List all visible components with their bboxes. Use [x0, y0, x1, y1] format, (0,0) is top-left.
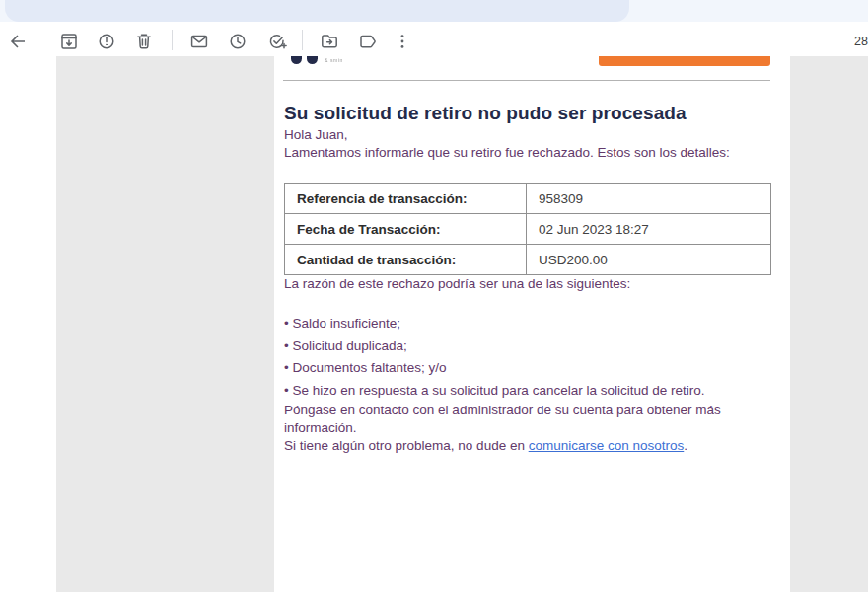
report-spam-icon: [97, 32, 116, 51]
closing-suffix: .: [684, 438, 687, 453]
sender-logo-fragment: [291, 56, 302, 64]
add-to-tasks-button[interactable]: [259, 24, 295, 59]
table-row: Referencia de transacción: 958309: [285, 184, 771, 214]
toolbar-separator: [302, 30, 303, 50]
back-arrow-icon: [8, 32, 28, 51]
snooze-button[interactable]: [220, 24, 255, 59]
mark-unread-button[interactable]: [181, 24, 217, 59]
row-value: 02 Jun 2023 18:27: [527, 214, 771, 245]
intro-text: Lamentamos informarle que su retiro fue …: [284, 144, 770, 162]
search-input[interactable]: [5, 0, 629, 22]
clock-icon: [228, 32, 248, 51]
three-dots-icon: [393, 32, 412, 51]
archive-button[interactable]: [51, 24, 87, 59]
row-label: Referencia de transacción:: [285, 184, 527, 214]
email-toolbar: 28: [0, 22, 868, 56]
row-label: Cantidad de transacción:: [285, 245, 527, 275]
delete-button[interactable]: [126, 24, 162, 59]
closing-text: Si tiene algún otro problema, no dude en…: [284, 437, 770, 455]
toolbar-separator: [172, 30, 173, 50]
email-reading-pane: & smin Su solicitud de retiro no pudo se…: [56, 56, 868, 592]
row-label: Fecha de Transacción:: [285, 214, 527, 245]
email-content: Su solicitud de retiro no pudo ser proce…: [274, 101, 790, 455]
sender-logo-fragment: [307, 56, 318, 64]
envelope-icon: [189, 32, 209, 51]
trash-icon: [134, 32, 154, 51]
email-title: Su solicitud de retiro no pudo ser proce…: [284, 101, 770, 126]
list-item: Saldo insuficiente;: [284, 313, 770, 335]
gmail-email-view: { "topbar": { "page_indicator": "28" }, …: [0, 0, 868, 592]
list-item: Documentos faltantes; y/o: [284, 357, 770, 380]
add-task-icon: [267, 32, 287, 51]
search-bar-remnant-strip: [0, 0, 868, 22]
closing-prefix: Si tiene algún otro problema, no dude en: [284, 438, 529, 453]
reasons-intro-text: La razón de este rechazo podría ser una …: [284, 275, 770, 293]
list-item: Solicitud duplicada;: [284, 335, 770, 358]
list-item: Se hizo en respuesta a su solicitud para…: [284, 380, 770, 403]
row-value: USD200.00: [527, 245, 771, 275]
contact-note-text: Póngase en contacto con el administrador…: [284, 402, 770, 437]
labels-button[interactable]: [350, 24, 386, 59]
contact-us-link[interactable]: comunicarse con nosotros: [529, 438, 685, 453]
pagination-count: 28: [854, 35, 868, 48]
email-body-card: & smin Su solicitud de retiro no pudo se…: [274, 56, 790, 592]
sender-caption-fragment: & smin: [325, 57, 343, 63]
archive-icon: [59, 32, 79, 51]
email-header-fragment: & smin: [283, 56, 770, 81]
rejection-reasons-list: Saldo insuficiente; Solicitud duplicada;…: [284, 313, 770, 402]
back-button[interactable]: [0, 24, 36, 59]
greeting-text: Hola Juan,: [284, 126, 770, 144]
transaction-details-table: Referencia de transacción: 958309 Fecha …: [284, 183, 771, 275]
table-row: Cantidad de transacción: USD200.00: [285, 245, 771, 275]
left-rail: [0, 56, 56, 592]
label-tag-icon: [358, 32, 378, 51]
folder-move-icon: [320, 32, 339, 51]
cta-button-fragment[interactable]: [599, 56, 770, 66]
table-row: Fecha de Transacción: 02 Jun 2023 18:27: [285, 214, 771, 245]
move-to-button[interactable]: [312, 24, 347, 59]
report-spam-button[interactable]: [89, 24, 124, 59]
row-value: 958309: [527, 184, 771, 214]
more-options-button[interactable]: [385, 24, 420, 59]
